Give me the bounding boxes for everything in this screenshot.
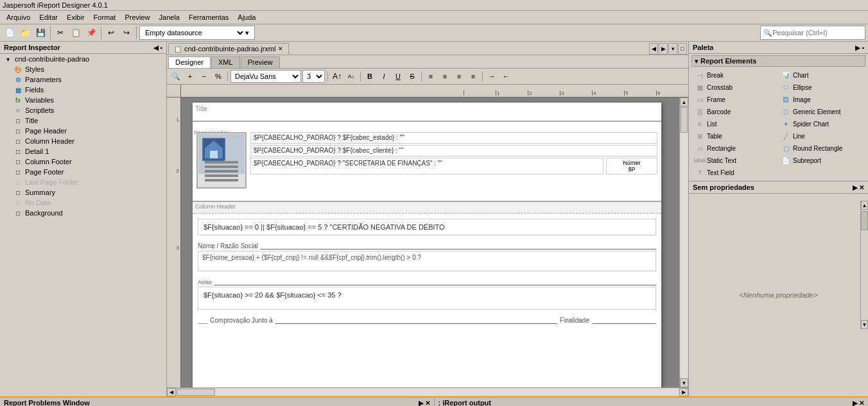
output-close-btn[interactable]: ✕ (859, 400, 864, 407)
indent-more-btn[interactable]: → (485, 70, 498, 83)
paleta-item-ellipse[interactable]: ⬭ Ellipse (779, 81, 864, 93)
tree-item-title[interactable]: □ Title (0, 115, 166, 126)
strikethrough-btn[interactable]: S (406, 70, 419, 83)
paleta-item-barcode[interactable]: ||| Barcode (693, 106, 778, 117)
datasource-selector[interactable]: Empty datasource ▾ (139, 26, 255, 40)
panel-collapse-icon[interactable]: ◀ (153, 44, 159, 51)
tree-item-summary[interactable]: □ Summary (0, 187, 166, 198)
tree-item-page-header[interactable]: □ Page Header (0, 126, 166, 136)
scroll-thumb[interactable] (681, 107, 688, 133)
redo-button[interactable]: ↪ (119, 26, 134, 40)
paleta-item-list[interactable]: ≡ List (693, 118, 778, 130)
paleta-item-image[interactable]: 🖼 Image (779, 94, 864, 105)
tree-item-no-data[interactable]: □ No Data (0, 198, 166, 208)
paleta-item-frame[interactable]: ▭ Frame (693, 94, 778, 105)
header-field-cliente[interactable]: $P{CABECALHO_PADRAO} ? $F{cabec_cliente}… (250, 145, 657, 156)
save-button[interactable]: 💾 (33, 26, 48, 40)
tree-item-scriptlets[interactable]: ≡ Scriptlets (0, 105, 166, 115)
tree-item-page-footer[interactable]: □ Page Footer (0, 167, 166, 177)
tree-item-last-page-footer[interactable]: □ Last Page Footer (0, 177, 166, 187)
paleta-scrollbar[interactable]: ▲ ▼ (860, 201, 868, 329)
aviso-expr-field[interactable]: $F{situacao} >= 20 && $F{situacao} <= 35… (198, 287, 656, 310)
scroll-down-btn[interactable]: ▼ (680, 378, 688, 387)
align-justify-btn[interactable]: ≡ (467, 70, 480, 83)
paleta-item-round-rectangle[interactable]: ▢ Round Rectangle (779, 142, 864, 154)
bold-btn[interactable]: B (363, 70, 376, 83)
menu-editar[interactable]: Editar (35, 12, 62, 22)
datasource-select[interactable]: Empty datasource (143, 28, 245, 37)
paleta-item-rectangle[interactable]: ▭ Rectangle (693, 142, 778, 154)
paleta-item-subreport[interactable]: 📄 Subreport (779, 155, 864, 166)
tree-item-detail-1[interactable]: □ Detail 1 (0, 146, 166, 156)
menu-exibir[interactable]: Exibir (63, 12, 89, 22)
problems-collapse-btn[interactable]: ▶ (419, 400, 424, 407)
paste-button[interactable]: 📌 (84, 26, 98, 40)
menu-arquivo[interactable]: Arquivo (3, 12, 34, 22)
paleta-item-line[interactable]: ╱ Line (779, 130, 864, 142)
h-scrollbar[interactable]: ◀ ▶ (167, 387, 688, 396)
menu-ferramentas[interactable]: Ferramentas (185, 12, 232, 22)
paleta-collapse-btn[interactable]: ▶ (855, 44, 860, 51)
paleta-item-spider-chart[interactable]: ✦ Spider Chart (779, 118, 864, 130)
active-file-tab[interactable]: 📋 cnd-contribuinte-padrao.jrxml ✕ (168, 43, 289, 55)
align-right-btn[interactable]: ≡ (453, 70, 465, 83)
canvas-wrapper[interactable]: 1 2 3 4 5 6 1 2 3 (167, 85, 688, 396)
search-box[interactable]: 🔍 (760, 26, 865, 40)
paleta-item-text-field[interactable]: T Text Field (693, 167, 778, 178)
canvas-content[interactable]: Title Page Header (181, 97, 679, 387)
problems-close-btn[interactable]: ✕ (425, 400, 430, 407)
h-scroll-thumb[interactable] (177, 389, 215, 396)
align-center-btn[interactable]: ≡ (438, 70, 451, 83)
font-selector[interactable]: DejaVu Sans (230, 70, 301, 83)
zoom-out-btn[interactable]: − (198, 70, 211, 83)
header-field-secretaria[interactable]: $P{CABECALHO_PADRAO} ? "SECRETARIA DE FI… (250, 158, 603, 174)
align-left-btn[interactable]: ≡ (424, 70, 437, 83)
paleta-item-generic-element[interactable]: ⬡ Generic Element (779, 106, 864, 117)
tree-item-styles[interactable]: 🎨 Styles (0, 64, 166, 74)
tree-item-parameters[interactable]: ⚙ Parameters (0, 74, 166, 85)
properties-collapse-btn[interactable]: ▶ (853, 184, 858, 191)
zoom-fit-btn[interactable]: 🔍 (169, 70, 182, 83)
font-size-up-btn[interactable]: A↑ (331, 70, 343, 83)
new-button[interactable]: 📄 (3, 26, 17, 40)
scroll-up-btn[interactable]: ▲ (680, 97, 688, 106)
logo-image[interactable] (196, 132, 247, 189)
menu-preview[interactable]: Preview (121, 12, 153, 22)
tab-nav-left[interactable]: ◀ (649, 43, 658, 55)
output-collapse-btn[interactable]: ▶ (853, 400, 858, 407)
nome-expr-field[interactable]: $F{nome_pessoa} + ($F{cpf_cnpj} != null … (198, 251, 656, 271)
tab-nav-list[interactable]: ▾ (668, 43, 677, 55)
certidao-expr-field[interactable]: $F{situacao} == 0 || $F{situacao} == 5 ?… (198, 219, 656, 235)
paleta-item-chart[interactable]: 📊 Chart (779, 69, 864, 81)
tab-designer[interactable]: Designer (168, 56, 211, 68)
tree-item-variables[interactable]: fx Variables (0, 95, 166, 105)
tree-root[interactable]: ▾ cnd-contribuinte-padrao (0, 54, 166, 64)
menu-janela[interactable]: Janela (155, 12, 184, 22)
zoom-in-btn[interactable]: + (184, 70, 196, 83)
tab-nav-right[interactable]: ▶ (659, 43, 668, 55)
copy-button[interactable]: 📋 (69, 26, 83, 40)
scroll-right-btn[interactable]: ▶ (679, 388, 688, 396)
file-tab-close[interactable]: ✕ (278, 46, 283, 52)
indent-less-btn[interactable]: ← (499, 70, 512, 83)
tab-xml[interactable]: XML (211, 56, 240, 68)
cut-button[interactable]: ✂ (53, 26, 67, 40)
zoom-percent-btn[interactable]: % (212, 70, 225, 83)
scroll-left-btn[interactable]: ◀ (167, 388, 176, 396)
search-input[interactable] (772, 29, 862, 37)
font-size-down-btn[interactable]: A↓ (345, 70, 358, 83)
undo-button[interactable]: ↩ (104, 26, 118, 40)
header-field-estado[interactable]: $P{CABECALHO_PADRAO} ? $F{cabec_estado} … (250, 132, 657, 144)
panel-detach-icon[interactable]: ▪ (160, 44, 162, 51)
font-size-selector[interactable]: 3 (302, 70, 325, 83)
menu-ajuda[interactable]: Ajuda (234, 12, 259, 22)
tab-preview[interactable]: Preview (241, 56, 280, 68)
paleta-item-static-text[interactable]: label Static Text (693, 155, 778, 166)
paleta-item-crosstab[interactable]: ▦ Crosstab (693, 81, 778, 93)
properties-detach-btn[interactable]: ✕ (859, 184, 864, 191)
tree-item-column-footer[interactable]: □ Column Footer (0, 156, 166, 167)
underline-btn[interactable]: U (392, 70, 404, 83)
report-elements-header[interactable]: ▾ Report Elements (691, 55, 865, 67)
v-scrollbar[interactable]: ▲ ▼ (679, 97, 688, 387)
paleta-item-break[interactable]: ⊣ Break (693, 69, 778, 81)
